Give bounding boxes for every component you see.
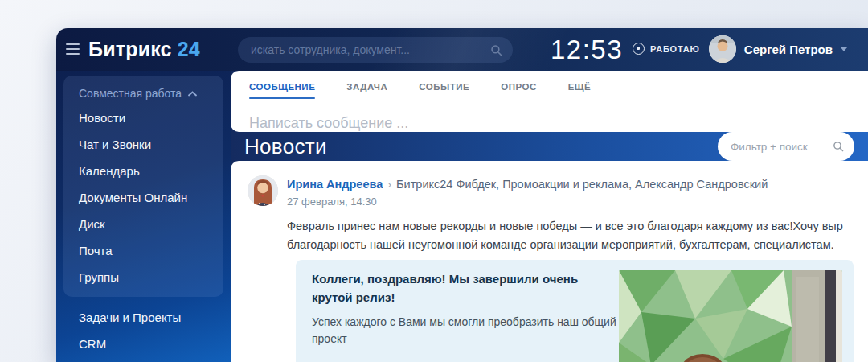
page-title: Новости — [244, 134, 327, 159]
author-avatar[interactable] — [248, 175, 278, 206]
composer-tab[interactable]: СООБЩЕНИЕ — [249, 82, 315, 102]
filter-search[interactable] — [718, 132, 854, 161]
global-search[interactable] — [238, 37, 513, 63]
message-input[interactable] — [249, 115, 844, 132]
content-row: Совместная работа НовостиЧат и ЗвонкиКал… — [56, 71, 868, 362]
status-label: РАБОТАЮ — [650, 44, 700, 54]
main-column: СООБЩЕНИЕЗАДАЧАСОБЫТИЕОПРОСЕЩЁ Новости — [231, 71, 868, 362]
sidebar-other-items: Задачи и ПроектыCRMМаркетинг — [56, 304, 231, 362]
sidebar-group-collaboration: Совместная работа НовостиЧат и ЗвонкиКал… — [63, 76, 223, 297]
post-timestamp: 27 февраля, 14:30 — [287, 195, 768, 208]
work-status[interactable]: РАБОТАЮ — [633, 43, 700, 55]
post-title-line: Ирина Андреева›Битрикс24 Фибдек, Промоак… — [287, 178, 768, 191]
post-author-link[interactable]: Ирина Андреева — [287, 178, 383, 191]
bitrix24-window: Битрикс24 12:53 РАБОТАЮ — [56, 28, 868, 362]
post-photo[interactable] — [619, 270, 842, 362]
top-bar: Битрикс24 12:53 РАБОТАЮ — [56, 28, 868, 71]
post-meta: Ирина Андреева›Битрикс24 Фибдек, Промоак… — [287, 175, 768, 208]
profile-name: Сергей Петров — [744, 43, 833, 56]
composer-tab[interactable]: ОПРОС — [501, 82, 536, 102]
post-body-text: Февраль принес нам новые рекорды и новые… — [287, 217, 854, 253]
global-search-input[interactable] — [251, 43, 489, 56]
breadcrumb-separator: › — [387, 178, 391, 191]
composer-tabs: СООБЩЕНИЕЗАДАЧАСОБЫТИЕОПРОСЕЩЁ — [249, 82, 868, 102]
sidebar-item[interactable]: Диск — [63, 211, 223, 237]
feed-card: Ирина Андреева›Битрикс24 Фибдек, Промоак… — [231, 161, 868, 362]
menu-icon[interactable] — [66, 43, 80, 55]
sidebar-item[interactable]: Группы — [63, 264, 223, 290]
user-avatar — [709, 35, 736, 63]
status-record-icon — [633, 43, 645, 55]
sidebar-item[interactable]: Новости — [63, 105, 223, 131]
news-header-band: Новости — [231, 132, 868, 161]
sidebar-item[interactable]: Документы Онлайн — [63, 184, 223, 211]
filter-search-input[interactable] — [731, 141, 832, 153]
post-recipients-link[interactable]: Битрикс24 Фибдек, Промоакции и реклама, … — [396, 178, 768, 191]
search-icon — [832, 140, 845, 153]
sidebar-item[interactable]: CRM — [56, 331, 231, 357]
profile-menu[interactable]: Сергей Петров — [709, 35, 847, 63]
sidebar-item[interactable]: Чат и Звонки — [63, 131, 223, 158]
chevron-down-icon — [841, 47, 847, 51]
search-icon — [489, 43, 503, 57]
sidebar-group-toggle[interactable]: Совместная работа — [63, 80, 223, 105]
post-header: Ирина Андреева›Битрикс24 Фибдек, Промоак… — [248, 175, 854, 208]
quote-title: Коллеги, поздравляю! Мы завершили очень … — [312, 270, 613, 306]
logo-suffix: 24 — [178, 38, 200, 60]
app-logo[interactable]: Битрикс24 — [88, 38, 200, 61]
composer-panel: СООБЩЕНИЕЗАДАЧАСОБЫТИЕОПРОСЕЩЁ — [231, 71, 868, 132]
composer-tab[interactable]: СОБЫТИЕ — [419, 82, 469, 102]
sidebar: Совместная работа НовостиЧат и ЗвонкиКал… — [56, 71, 231, 362]
sidebar-item[interactable]: Маркетинг — [56, 357, 231, 362]
chevron-up-icon — [188, 91, 197, 97]
workday-clock[interactable]: 12:53 — [551, 35, 623, 65]
sidebar-item[interactable]: Календарь — [63, 158, 223, 184]
sidebar-group-label: Совместная работа — [79, 87, 182, 100]
quoted-message: Коллеги, поздравляю! Мы завершили очень … — [296, 260, 854, 362]
logo-brand: Битрикс — [88, 38, 172, 60]
desktop-background: Битрикс24 12:53 РАБОТАЮ — [0, 0, 868, 362]
quote-text: Успех каждого с Вами мы смогли преобрази… — [312, 314, 649, 348]
composer-tab[interactable]: ЕЩЁ — [568, 82, 592, 102]
sidebar-item[interactable]: Задачи и Проекты — [56, 304, 231, 331]
composer-tab[interactable]: ЗАДАЧА — [346, 82, 387, 102]
sidebar-group-items: НовостиЧат и ЗвонкиКалендарьДокументы Он… — [63, 105, 223, 290]
sidebar-item[interactable]: Почта — [63, 237, 223, 264]
